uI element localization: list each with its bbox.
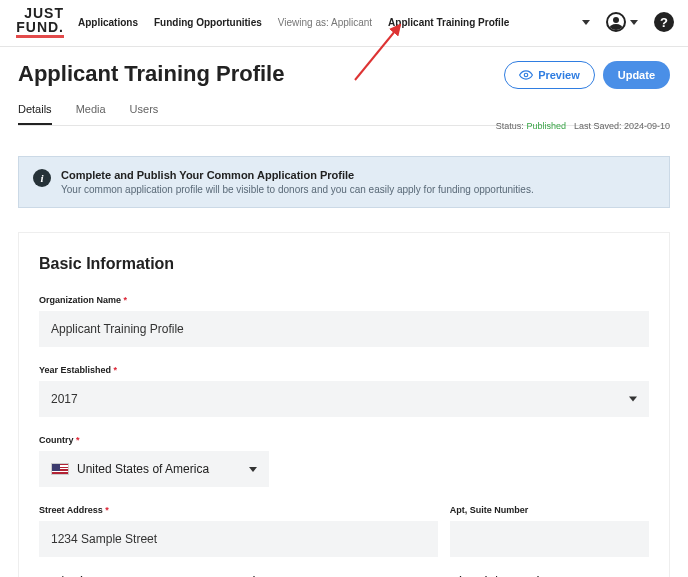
country-select[interactable]: United States of America [39, 451, 269, 487]
apt-input[interactable] [450, 521, 649, 557]
field-country: Country * United States of America [39, 435, 649, 487]
field-street: Street Address * [39, 505, 438, 557]
status-row: Status: Published Last Saved: 2024-09-10 [496, 121, 670, 131]
org-name-label: Organization Name [39, 295, 121, 305]
nav-applications[interactable]: Applications [78, 17, 138, 28]
country-value: United States of America [77, 462, 241, 476]
basic-info-card: Basic Information Organization Name * Ye… [18, 232, 670, 577]
section-title: Basic Information [39, 255, 649, 273]
status-label: Status: [496, 121, 524, 131]
apt-label: Apt, Suite Number [450, 505, 529, 515]
page-header: Applicant Training Profile Preview Updat… [18, 61, 670, 89]
tab-details[interactable]: Details [18, 103, 52, 125]
street-label: Street Address [39, 505, 103, 515]
tab-media[interactable]: Media [76, 103, 106, 125]
nav-profile-label: Applicant Training Profile [388, 17, 509, 28]
org-name-input[interactable] [39, 311, 649, 347]
account-menu[interactable] [606, 12, 638, 32]
country-label: Country [39, 435, 74, 445]
year-label: Year Established [39, 365, 111, 375]
saved-value: 2024-09-10 [624, 121, 670, 131]
banner-body: Your common application profile will be … [61, 184, 534, 195]
update-button[interactable]: Update [603, 61, 670, 89]
field-apt: Apt, Suite Number [450, 505, 649, 557]
info-icon: i [33, 169, 51, 187]
chevron-down-icon [249, 467, 257, 472]
nav-funding[interactable]: Funding Opportunities [154, 17, 262, 28]
top-navbar: JUST FUND. Applications Funding Opportun… [0, 0, 688, 47]
header-actions: Preview Update [504, 61, 670, 89]
chevron-down-icon[interactable] [582, 20, 590, 25]
field-year: Year Established * [39, 365, 649, 417]
main-nav: Applications Funding Opportunities Viewi… [78, 12, 674, 32]
logo-text-bottom: FUND. [16, 20, 64, 38]
chevron-down-icon [630, 20, 638, 25]
year-select[interactable] [39, 381, 649, 417]
avatar-icon [606, 12, 626, 32]
svg-point-1 [524, 73, 528, 77]
flag-us-icon [51, 463, 69, 475]
street-input[interactable] [39, 521, 438, 557]
status-value: Published [526, 121, 566, 131]
update-label: Update [618, 69, 655, 81]
logo-text-top: JUST [14, 6, 64, 20]
banner-title: Complete and Publish Your Common Applica… [61, 169, 534, 181]
preview-label: Preview [538, 69, 580, 81]
page-title: Applicant Training Profile [18, 61, 284, 87]
logo[interactable]: JUST FUND. [14, 6, 64, 38]
tab-users[interactable]: Users [130, 103, 159, 125]
nav-viewing-as: Viewing as: Applicant [278, 17, 372, 28]
page-body: Applicant Training Profile Preview Updat… [0, 47, 688, 577]
help-icon[interactable]: ? [654, 12, 674, 32]
preview-button[interactable]: Preview [504, 61, 595, 89]
field-org-name: Organization Name * [39, 295, 649, 347]
eye-icon [519, 68, 533, 82]
info-banner: i Complete and Publish Your Common Appli… [18, 156, 670, 208]
saved-label: Last Saved: [574, 121, 622, 131]
nav-profile-dropdown[interactable]: Applicant Training Profile [388, 17, 509, 28]
